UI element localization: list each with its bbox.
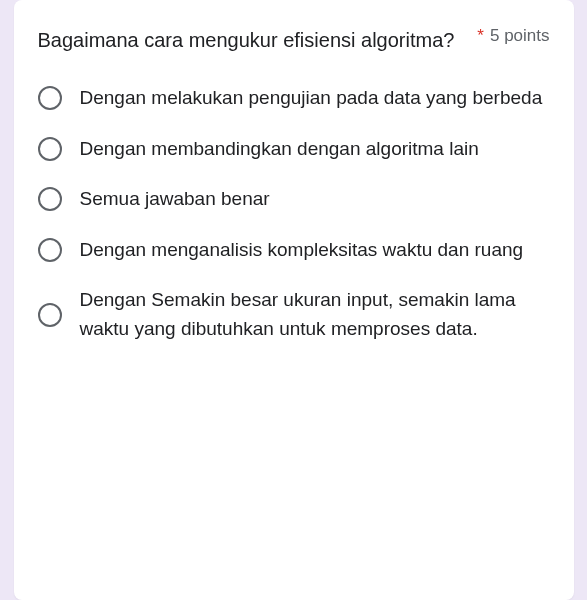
points-label: 5 points bbox=[490, 26, 550, 45]
option-label: Semua jawaban benar bbox=[80, 185, 270, 214]
option-0[interactable]: Dengan melakukan pengujian pada data yan… bbox=[38, 84, 550, 113]
option-3[interactable]: Dengan menganalisis kompleksitas waktu d… bbox=[38, 236, 550, 265]
radio-icon bbox=[38, 137, 62, 161]
option-1[interactable]: Dengan membandingkan dengan algoritma la… bbox=[38, 135, 550, 164]
required-asterisk: * bbox=[477, 26, 484, 45]
points-indicator: *5 points bbox=[477, 24, 549, 46]
option-4[interactable]: Dengan Semakin besar ukuran input, semak… bbox=[38, 286, 550, 343]
radio-icon bbox=[38, 86, 62, 110]
option-label: Dengan membandingkan dengan algoritma la… bbox=[80, 135, 479, 164]
option-2[interactable]: Semua jawaban benar bbox=[38, 185, 550, 214]
radio-icon bbox=[38, 187, 62, 211]
question-header: Bagaimana cara mengukur efisiensi algori… bbox=[38, 24, 550, 56]
option-label: Dengan melakukan pengujian pada data yan… bbox=[80, 84, 543, 113]
radio-icon bbox=[38, 303, 62, 327]
option-label: Dengan Semakin besar ukuran input, semak… bbox=[80, 286, 550, 343]
question-card: Bagaimana cara mengukur efisiensi algori… bbox=[14, 0, 574, 600]
radio-icon bbox=[38, 238, 62, 262]
question-text: Bagaimana cara mengukur efisiensi algori… bbox=[38, 24, 478, 56]
options-list: Dengan melakukan pengujian pada data yan… bbox=[38, 84, 550, 343]
option-label: Dengan menganalisis kompleksitas waktu d… bbox=[80, 236, 524, 265]
